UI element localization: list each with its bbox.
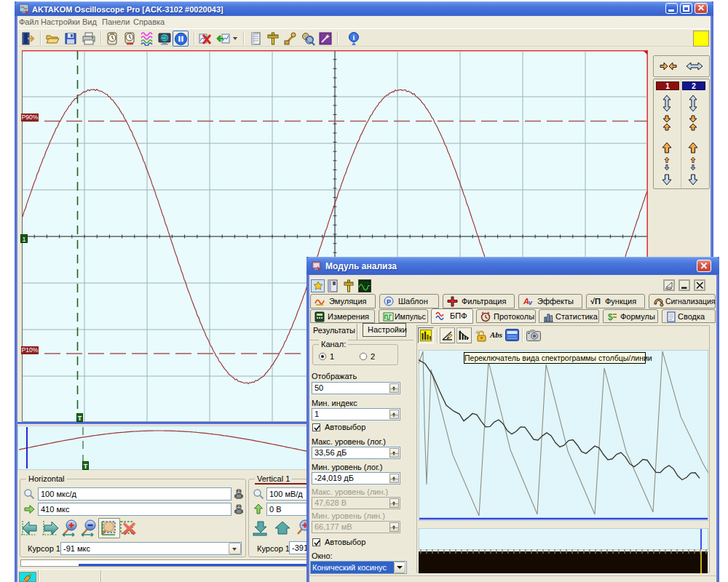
svg-text:$: $ <box>608 312 613 322</box>
svg-text:P: P <box>387 298 391 306</box>
svg-text:√Π: √Π <box>590 297 601 306</box>
svg-text:v: v <box>529 299 533 306</box>
svg-text:i: i <box>353 33 355 41</box>
